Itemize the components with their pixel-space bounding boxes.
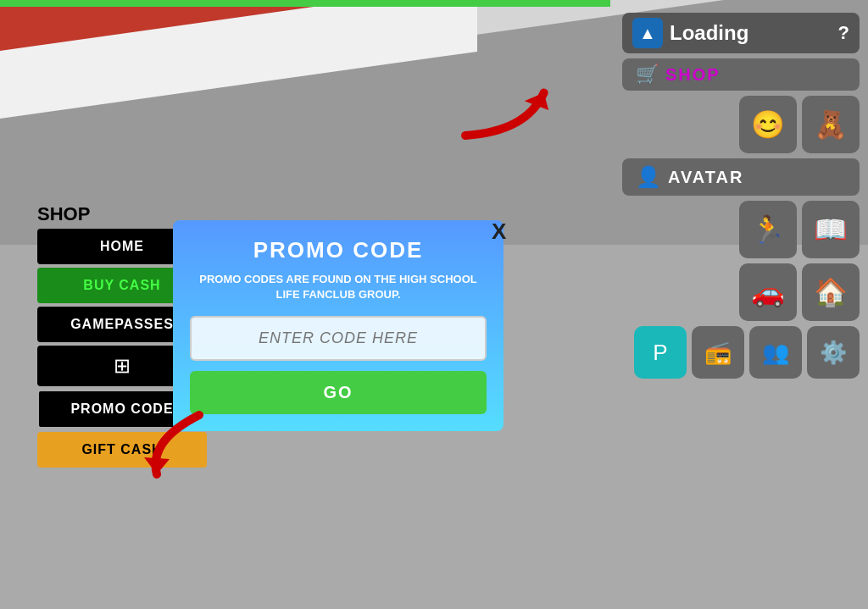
svg-marker-1 bbox=[144, 457, 170, 474]
radio-button[interactable]: 📻 bbox=[692, 326, 744, 379]
go-button[interactable]: GO bbox=[190, 371, 487, 414]
book-button[interactable]: 📖 bbox=[802, 201, 860, 258]
shop-top-label: SHOP bbox=[665, 65, 721, 85]
avatar-button[interactable]: 👤 AVATAR bbox=[622, 158, 860, 196]
home-button[interactable]: 🏠 bbox=[802, 263, 860, 321]
shop-top-button[interactable]: 🛒 SHOP bbox=[622, 58, 860, 91]
teddy-button[interactable]: 🧸 bbox=[802, 96, 860, 153]
promo-code-input[interactable] bbox=[190, 316, 487, 361]
loading-arrow-icon: ▲ bbox=[639, 24, 656, 43]
icon-row-3: 🚗 🏠 bbox=[739, 263, 860, 321]
loading-bar: ▲ Loading ? bbox=[622, 13, 860, 53]
promo-dialog: PROMO CODE PROMO CODES ARE FOUND ON THE … bbox=[173, 220, 504, 431]
loading-text: Loading bbox=[670, 21, 832, 45]
gear-button[interactable]: ⚙️ bbox=[807, 326, 860, 379]
avatar-label: AVATAR bbox=[668, 168, 743, 187]
red-arrow-bottom bbox=[131, 407, 216, 486]
loading-icon: ▲ bbox=[632, 18, 663, 48]
people-button[interactable]: 👥 bbox=[749, 326, 802, 379]
promo-dialog-desc: PROMO CODES ARE FOUND ON THE HIGH SCHOOL… bbox=[190, 272, 487, 302]
loading-question[interactable]: ? bbox=[838, 22, 849, 44]
parking-button[interactable]: P bbox=[634, 326, 687, 379]
top-right-ui: ▲ Loading ? 🛒 SHOP 😊 🧸 👤 AVATAR 🏃 📖 🚗 🏠 … bbox=[622, 13, 860, 379]
icon-row-1: 😊 🧸 bbox=[739, 96, 860, 153]
car-button[interactable]: 🚗 bbox=[739, 263, 797, 321]
smiley-button[interactable]: 😊 bbox=[739, 96, 797, 153]
cart-icon: 🛒 bbox=[636, 64, 659, 86]
promo-dialog-title: PROMO CODE bbox=[190, 237, 487, 263]
close-dialog-button[interactable]: X bbox=[492, 219, 506, 245]
run-button[interactable]: 🏃 bbox=[739, 201, 797, 258]
avatar-icon: 👤 bbox=[636, 165, 661, 189]
green-top-bar bbox=[0, 0, 610, 7]
bottom-icon-row: P 📻 👥 ⚙️ bbox=[634, 326, 860, 379]
icon-row-2: 🏃 📖 bbox=[739, 201, 860, 258]
